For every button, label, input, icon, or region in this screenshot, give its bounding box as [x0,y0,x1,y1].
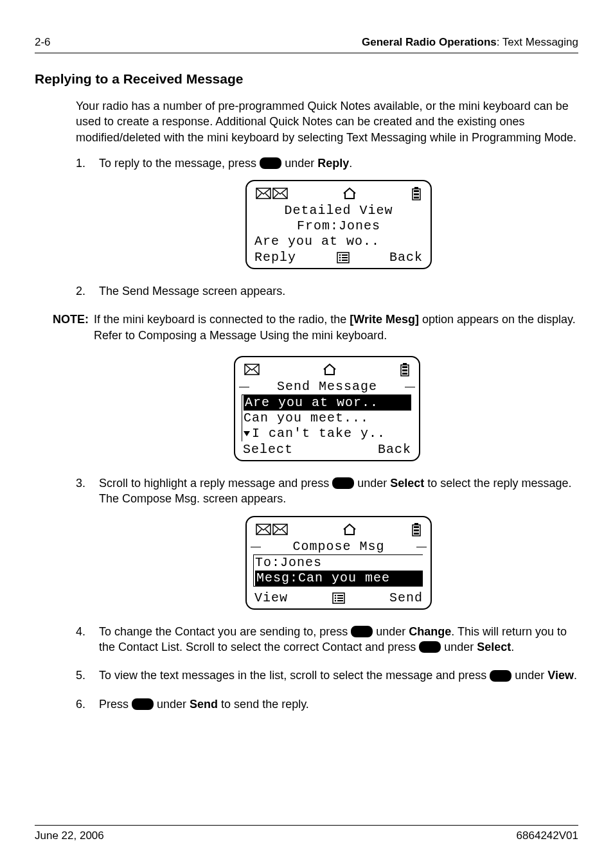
softkey-select[interactable]: Select [243,443,293,456]
svg-point-30 [335,597,337,599]
menu-icon[interactable] [332,592,345,604]
svg-rect-13 [342,260,348,261]
note-bold: [Write Mesg] [350,313,419,326]
screen1-title: Detailed View [254,203,423,218]
softkey-view[interactable]: View [254,592,288,605]
header-section: General Radio Operations [362,36,497,48]
step-6: Press under Send to send the reply. [76,696,578,712]
compose-mesg-row[interactable]: Mesg:Can you mee [255,571,423,586]
svg-rect-29 [337,595,343,596]
listbox[interactable]: Are you at wor.. [244,395,411,411]
svg-rect-26 [414,533,419,535]
step-1-bold: Reply [317,157,349,170]
list-item[interactable]: Are you at wor.. [244,395,411,411]
step-4-text-a: To change the Contact you are sending to… [99,625,351,638]
softkey-reply[interactable]: Reply [254,251,296,264]
footer-date: June 22, 2006 [35,829,104,842]
screen-send-message: Send Message Are you at wor.. Can you me… [234,356,420,461]
step-3-bold: Select [390,477,424,490]
step-6-text-d: to send the reply. [221,698,309,711]
footer-docid: 6864242V01 [517,829,578,842]
step-5-text-d: . [574,669,577,682]
step-5-bold: View [547,669,574,682]
note-label: NOTE: [53,312,89,343]
softkey-icon [351,626,373,637]
step-2: The Send Message screen appears. [76,283,578,299]
running-footer: June 22, 2006 6864242V01 [35,825,578,842]
svg-point-32 [335,599,337,601]
svg-rect-5 [414,193,419,195]
softkey-icon [332,477,354,489]
step-1-text-d: . [349,157,352,170]
header-right: General Radio Operations: Text Messaging [362,36,578,49]
list-item[interactable]: Can you meet... [244,411,411,426]
softkey-icon [260,157,281,169]
step-4-text-e: under [444,641,477,653]
step-4-text-b: under [376,625,409,638]
svg-point-28 [335,594,337,596]
down-arrow-icon [244,431,250,436]
battery-icon [400,362,410,376]
screen3-title: Compose Msg [292,539,384,554]
envelope-icon [256,188,271,199]
softkey-icon [419,641,441,653]
compose-to[interactable]: To:Jones [255,555,423,571]
step-1: To reply to the message, press under Rep… [76,155,578,269]
home-icon [322,363,337,376]
screen-compose-msg: Compose Msg To:Jones Mesg:Can you mee Vi… [245,516,432,610]
svg-rect-6 [414,197,419,199]
softkey-send[interactable]: Send [389,592,423,605]
menu-icon[interactable] [337,252,350,263]
envelope-icon [272,524,288,535]
step-5-text-b: under [515,669,547,682]
running-header: 2-6 General Radio Operations: Text Messa… [35,36,578,53]
section-title: Replying to a Received Message [35,71,578,87]
svg-rect-18 [402,369,407,371]
envelope-icon [244,364,260,375]
svg-rect-19 [402,373,407,375]
header-subsection: : Text Messaging [497,36,578,48]
step-4-text-g: . [511,641,514,653]
screen3-title-row: Compose Msg [251,539,427,554]
screen-detailed-view: Detailed View From:Jones Are you at wo..… [245,180,432,269]
softkey-back[interactable]: Back [378,443,411,456]
page-number: 2-6 [35,36,51,49]
intro-paragraph: Your radio has a number of pre-programme… [76,98,578,145]
softkey-icon [132,698,154,710]
svg-rect-11 [342,257,348,258]
step-6-bold: Send [190,698,218,711]
step-5: To view the text messages in the list, s… [76,668,578,683]
svg-point-8 [339,254,341,256]
svg-rect-9 [342,254,348,256]
softkey-back[interactable]: Back [389,251,423,264]
note-text: If the mini keyboard is connected to the… [94,312,578,343]
note-block: NOTE: If the mini keyboard is connected … [53,312,578,343]
envelope-icon [272,188,288,199]
battery-icon [411,186,422,200]
step-3-text-a: Scroll to highlight a reply message and … [99,477,332,490]
step-4-bold-change: Change [409,625,451,638]
step-4-bold-select: Select [477,641,511,653]
step-2-text: The Send Message screen appears. [99,285,285,297]
step-1-text-a: To reply to the message, press [99,157,260,170]
envelope-icon [256,524,271,535]
screen2-title: Send Message [277,379,377,394]
step-1-text-b: under [285,157,317,170]
list-item[interactable]: I can't take y.. [244,426,411,441]
screen1-from: From:Jones [254,218,423,234]
svg-rect-33 [337,600,343,601]
compose-mesg[interactable]: Mesg:Can you mee [255,571,423,586]
home-icon [342,187,357,200]
step-4: To change the Contact you are sending to… [76,624,578,655]
svg-rect-25 [414,529,419,531]
svg-point-12 [339,260,341,261]
screen1-body: Are you at wo.. [254,234,423,249]
home-icon [342,523,357,536]
svg-point-10 [339,257,341,259]
step-6-text-a: Press [99,698,132,711]
battery-icon [411,522,422,536]
step-3: Scroll to highlight a reply message and … [76,475,578,610]
step-6-text-b: under [157,698,190,711]
svg-rect-31 [337,598,343,599]
step-3-text-b: under [357,477,390,490]
